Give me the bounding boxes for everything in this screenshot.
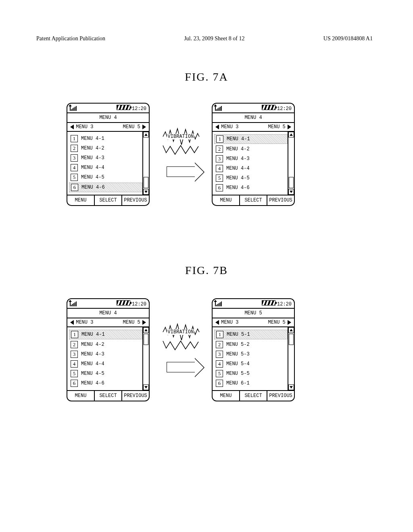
softkey-bar: MENU SELECT PREVIOUS — [67, 391, 149, 401]
nav-next[interactable]: MENU 5 — [268, 124, 292, 130]
nav-prev[interactable]: MENU 3 — [70, 124, 93, 130]
list-item[interactable]: 1 MENU 4-1 — [69, 134, 142, 143]
softkey-select[interactable]: SELECT — [95, 195, 122, 205]
scroll-up-button[interactable] — [288, 132, 294, 137]
scroll-thumb[interactable] — [289, 177, 294, 188]
vibration-label: VIBRATION — [167, 134, 195, 139]
nav-next[interactable]: MENU 5 — [123, 124, 146, 130]
softkey-menu[interactable]: MENU — [213, 391, 240, 401]
list-item-number: 4 — [71, 360, 78, 368]
scroll-thumb[interactable] — [144, 177, 148, 188]
softkey-menu[interactable]: MENU — [67, 195, 95, 205]
battery-icon — [117, 105, 130, 110]
nav-prev[interactable]: MENU 3 — [70, 320, 93, 325]
list-item[interactable]: 1 MENU 5-1 — [214, 330, 288, 339]
list-item[interactable]: 1 MENU 4-1 — [214, 134, 288, 144]
softkey-select[interactable]: SELECT — [240, 391, 267, 401]
list-item-number: 6 — [216, 184, 223, 191]
softkey-bar: MENU SELECT PREVIOUS — [213, 391, 294, 401]
list-item[interactable]: 6 MENU 4-6 — [69, 183, 142, 192]
scroll-track[interactable] — [288, 137, 294, 189]
scroll-down-button[interactable] — [143, 189, 149, 195]
list-item-number: 1 — [216, 135, 223, 143]
triangle-up-icon — [290, 329, 293, 331]
scrollbar[interactable] — [142, 132, 149, 195]
scroll-up-button[interactable] — [288, 327, 294, 333]
nav-next[interactable]: MENU 5 — [123, 320, 146, 325]
scroll-down-button[interactable] — [288, 189, 294, 195]
list-item-number: 5 — [71, 174, 78, 181]
scroll-thumb[interactable] — [289, 334, 294, 345]
triangle-down-icon — [144, 386, 148, 389]
phone-7a-right: 12:20 MENU 4 MENU 3 MENU 5 1 MENU 4-1 2 … — [212, 103, 295, 206]
nav-bar: MENU 3 MENU 5 — [213, 318, 294, 327]
list-item[interactable]: 3 MENU 4-3 — [69, 350, 142, 359]
scroll-down-button[interactable] — [288, 384, 294, 390]
list-item[interactable]: 3 MENU 4-3 — [69, 154, 142, 162]
softkey-select[interactable]: SELECT — [240, 195, 267, 205]
vibration-burst-icon: VIBRATION — [161, 127, 200, 146]
list-item[interactable]: 1 MENU 4-1 — [69, 330, 142, 339]
scrollbar[interactable] — [288, 327, 294, 390]
list-item[interactable]: 5 MENU 4-5 — [69, 173, 142, 182]
list-item-label: MENU 4-6 — [81, 185, 105, 190]
nav-prev[interactable]: MENU 3 — [215, 320, 238, 325]
list-item-label: MENU 4-5 — [81, 371, 104, 376]
phone-7a-left: 12:20 MENU 4 MENU 3 MENU 5 1 MENU 4-1 2 … — [67, 103, 150, 206]
triangle-down-icon — [290, 386, 293, 389]
list-item[interactable]: 6 MENU 6-1 — [214, 379, 288, 388]
list-item-number: 4 — [216, 165, 223, 172]
list-item[interactable]: 6 MENU 4-6 — [214, 183, 288, 192]
softkey-menu[interactable]: MENU — [213, 195, 240, 205]
softkey-select[interactable]: SELECT — [95, 391, 122, 401]
list-item-label: MENU 5-5 — [226, 371, 250, 376]
list-item[interactable]: 2 MENU 4-2 — [69, 144, 142, 153]
menu-list: 1 MENU 4-1 2 MENU 4-2 3 MENU 4-3 4 MENU … — [213, 132, 288, 195]
list-item[interactable]: 4 MENU 4-4 — [69, 360, 142, 368]
softkey-previous[interactable]: PREVIOUS — [122, 195, 149, 205]
menu-list: 1 MENU 5-1 2 MENU 5-2 3 MENU 5-3 4 MENU … — [213, 327, 288, 390]
nav-next[interactable]: MENU 5 — [268, 320, 292, 325]
softkey-previous[interactable]: PREVIOUS — [267, 195, 294, 205]
list-item[interactable]: 2 MENU 4-2 — [214, 145, 288, 154]
scrollbar[interactable] — [288, 132, 294, 195]
list-item-number: 5 — [216, 175, 223, 182]
battery-time: 12:20 — [117, 300, 146, 307]
scroll-track[interactable] — [288, 333, 294, 384]
list-item[interactable]: 4 MENU 4-4 — [69, 163, 142, 172]
list-item[interactable]: 6 MENU 4-6 — [69, 379, 142, 388]
softkey-previous[interactable]: PREVIOUS — [122, 391, 149, 401]
header-right: US 2009/0184808 A1 — [323, 35, 373, 42]
battery-icon — [262, 105, 275, 110]
list-item[interactable]: 2 MENU 4-2 — [69, 340, 142, 349]
list-item[interactable]: 5 MENU 4-5 — [69, 369, 142, 378]
softkey-menu[interactable]: MENU — [67, 391, 95, 401]
scroll-down-button[interactable] — [143, 384, 149, 390]
clock: 12:20 — [132, 106, 146, 112]
nav-prev[interactable]: MENU 3 — [215, 124, 238, 130]
list-item[interactable]: 3 MENU 5-3 — [214, 350, 288, 359]
battery-time: 12:20 — [117, 105, 146, 112]
scroll-thumb[interactable] — [144, 334, 148, 345]
triangle-left-icon — [215, 125, 218, 129]
scrollbar[interactable] — [142, 327, 149, 390]
header-left: Patent Application Publication — [36, 35, 105, 42]
list-item-number: 5 — [71, 370, 78, 377]
scroll-track[interactable] — [143, 333, 149, 384]
figure-7a: 12:20 MENU 4 MENU 3 MENU 5 1 MENU 4-1 2 … — [67, 103, 295, 206]
scroll-up-button[interactable] — [143, 132, 149, 137]
scroll-track[interactable] — [143, 137, 149, 189]
list-item[interactable]: 4 MENU 5-4 — [214, 360, 288, 368]
list-item[interactable]: 5 MENU 4-5 — [214, 174, 288, 183]
list-item[interactable]: 2 MENU 5-2 — [214, 340, 288, 349]
triangle-right-icon — [143, 320, 146, 324]
list-item[interactable]: 3 MENU 4-3 — [214, 154, 288, 163]
list-item-label: MENU 5-4 — [226, 361, 250, 367]
softkey-previous[interactable]: PREVIOUS — [267, 391, 294, 401]
list-item-number: 6 — [71, 380, 78, 387]
list-item[interactable]: 4 MENU 4-4 — [214, 164, 288, 173]
scroll-up-button[interactable] — [143, 327, 149, 333]
arrow-right-icon — [167, 166, 195, 177]
page-title: MENU 4 — [213, 112, 294, 123]
list-item[interactable]: 5 MENU 5-5 — [214, 369, 288, 378]
